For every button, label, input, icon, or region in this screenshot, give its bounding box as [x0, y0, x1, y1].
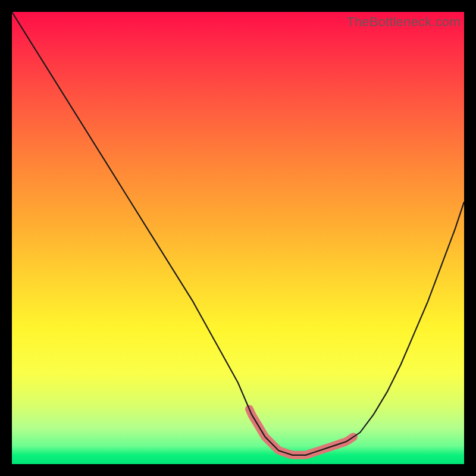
accent-trough-highlight — [249, 409, 353, 455]
plot-area: TheBottleneck.com — [12, 12, 464, 464]
bottleneck-curve-line — [12, 12, 464, 455]
curve-layer — [12, 12, 464, 464]
chart-frame: TheBottleneck.com — [0, 0, 476, 476]
watermark-text: TheBottleneck.com — [346, 14, 461, 30]
